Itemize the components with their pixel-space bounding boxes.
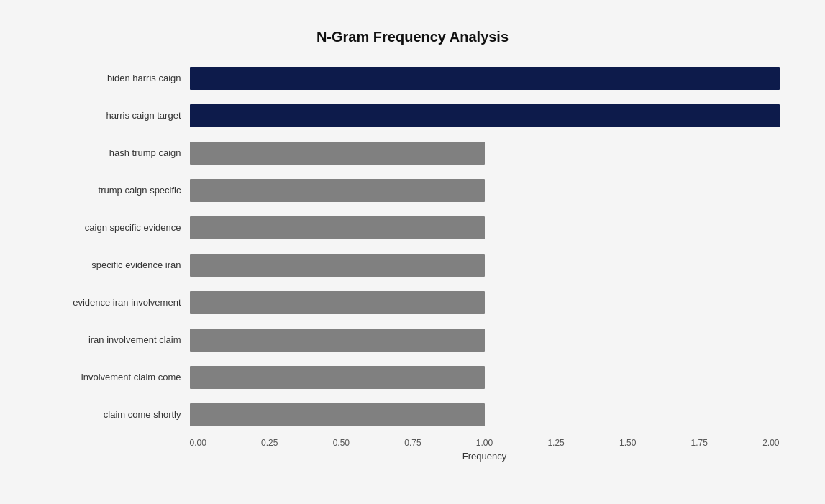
x-tick-label: 0.25 bbox=[261, 438, 278, 448]
bar-label: evidence iran involvement bbox=[46, 297, 190, 308]
x-axis-labels-container: 0.000.250.500.751.001.251.501.752.00 bbox=[190, 438, 780, 448]
bar-track bbox=[190, 366, 780, 389]
bar-track bbox=[190, 104, 780, 127]
bar-track bbox=[190, 216, 780, 239]
bar-row: trump caign specific bbox=[46, 172, 780, 209]
bar-label: claim come shortly bbox=[46, 409, 190, 420]
bar-row: claim come shortly bbox=[46, 396, 780, 434]
bar-fill bbox=[190, 104, 780, 127]
x-axis: 0.000.250.500.751.001.251.501.752.00 bbox=[190, 438, 780, 448]
bar-row: iran involvement claim bbox=[46, 321, 780, 359]
bar-track bbox=[190, 403, 780, 426]
x-tick-label: 0.00 bbox=[190, 438, 206, 448]
bar-fill bbox=[190, 254, 485, 277]
bar-label: trump caign specific bbox=[46, 185, 190, 196]
bar-fill bbox=[190, 291, 485, 314]
bar-row: involvement claim come bbox=[46, 359, 780, 396]
bar-label: caign specific evidence bbox=[46, 222, 190, 233]
bar-track bbox=[190, 329, 780, 352]
bar-track bbox=[190, 179, 780, 202]
bar-fill bbox=[190, 142, 485, 165]
bar-track bbox=[190, 67, 780, 90]
x-tick-label: 1.00 bbox=[476, 438, 493, 448]
bar-label: biden harris caign bbox=[46, 73, 190, 83]
bar-label: specific evidence iran bbox=[46, 260, 190, 270]
bar-row: caign specific evidence bbox=[46, 209, 780, 247]
bar-track bbox=[190, 291, 780, 314]
x-tick-label: 0.75 bbox=[404, 438, 421, 448]
x-tick-label: 2.00 bbox=[762, 438, 779, 448]
bar-label: involvement claim come bbox=[46, 372, 190, 382]
bar-label: hash trump caign bbox=[46, 147, 190, 158]
bar-fill bbox=[190, 329, 485, 352]
x-tick-label: 0.50 bbox=[333, 438, 350, 448]
bar-fill bbox=[190, 179, 485, 202]
bar-track bbox=[190, 142, 780, 165]
bar-label: iran involvement claim bbox=[46, 334, 190, 345]
chart-title: N-Gram Frequency Analysis bbox=[46, 29, 780, 45]
x-tick-label: 1.50 bbox=[619, 438, 636, 448]
bar-label: harris caign target bbox=[46, 110, 190, 121]
chart-container: N-Gram Frequency Analysis biden harris c… bbox=[17, 14, 808, 490]
bar-fill bbox=[190, 216, 485, 239]
x-tick-label: 1.75 bbox=[691, 438, 708, 448]
bar-row: harris caign target bbox=[46, 97, 780, 134]
bar-fill bbox=[190, 67, 780, 90]
bars-area: biden harris caignharris caign targethas… bbox=[46, 60, 780, 434]
x-axis-title: Frequency bbox=[190, 451, 780, 462]
bar-row: biden harris caign bbox=[46, 60, 780, 97]
bar-row: evidence iran involvement bbox=[46, 284, 780, 321]
x-tick-label: 1.25 bbox=[547, 438, 564, 448]
bar-fill bbox=[190, 366, 485, 389]
bar-fill bbox=[190, 403, 485, 426]
bar-row: hash trump caign bbox=[46, 134, 780, 172]
bar-track bbox=[190, 254, 780, 277]
bar-row: specific evidence iran bbox=[46, 247, 780, 284]
chart-area: biden harris caignharris caign targethas… bbox=[46, 60, 780, 462]
